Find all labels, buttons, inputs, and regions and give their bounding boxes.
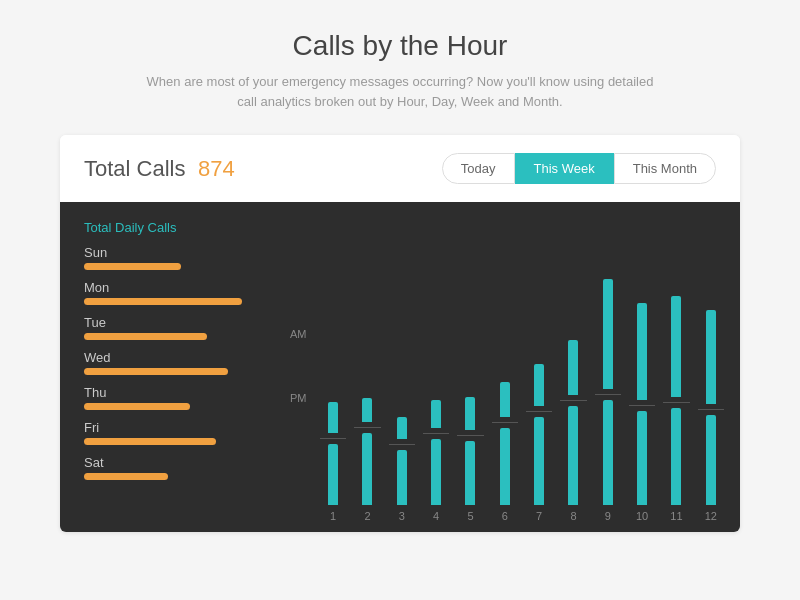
day-label: Wed <box>84 350 260 365</box>
tab-this-month[interactable]: This Month <box>614 153 716 184</box>
total-calls-value: 874 <box>198 156 235 181</box>
hour-bars <box>492 216 518 505</box>
hour-col: 9 <box>595 216 621 522</box>
tab-this-week[interactable]: This Week <box>515 153 614 184</box>
day-row: Thu <box>84 385 260 416</box>
bar-am <box>671 296 681 397</box>
bar-pm <box>465 441 475 505</box>
total-calls-label: Total Calls <box>84 156 185 181</box>
hours-chart: 1 2 3 4 5 <box>290 216 724 522</box>
card-header: Total Calls 874 Today This Week This Mon… <box>60 135 740 202</box>
bar-pm <box>568 406 578 505</box>
day-bar-fill <box>84 403 190 410</box>
left-panel: Total Daily Calls Sun Mon Tue Wed Thu Fr… <box>60 202 280 532</box>
day-row: Fri <box>84 420 260 451</box>
day-label: Sun <box>84 245 260 260</box>
hour-bars <box>526 216 552 505</box>
hour-bars <box>354 216 380 505</box>
hour-col: 12 <box>698 216 724 522</box>
divider-line <box>698 409 724 410</box>
hour-label: 9 <box>605 510 611 522</box>
bar-am <box>637 303 647 400</box>
bar-am <box>328 402 338 433</box>
hour-col: 5 <box>457 216 483 522</box>
hour-col: 1 <box>320 216 346 522</box>
hour-label: 10 <box>636 510 648 522</box>
divider-line <box>389 444 415 445</box>
day-row: Wed <box>84 350 260 381</box>
hour-col: 8 <box>560 216 586 522</box>
total-calls-display: Total Calls 874 <box>84 156 235 182</box>
hour-col: 11 <box>663 216 689 522</box>
day-label: Sat <box>84 455 260 470</box>
hour-label: 6 <box>502 510 508 522</box>
bar-pm <box>637 411 647 505</box>
bar-pm <box>431 439 441 505</box>
bar-am <box>706 310 716 404</box>
hour-bars <box>663 216 689 505</box>
bar-am <box>465 397 475 430</box>
bar-pm <box>603 400 613 505</box>
bar-pm <box>500 428 510 505</box>
day-bar-track <box>84 473 260 480</box>
hour-label: 8 <box>570 510 576 522</box>
bar-am <box>362 398 372 422</box>
day-bar-track <box>84 438 260 445</box>
day-row: Mon <box>84 280 260 311</box>
bar-pm <box>671 408 681 505</box>
day-row: Sun <box>84 245 260 276</box>
divider-line <box>457 435 483 436</box>
day-label: Fri <box>84 420 260 435</box>
divider-line <box>423 433 449 434</box>
hour-bars <box>320 216 346 505</box>
hour-label: 11 <box>670 510 682 522</box>
panel-title: Total Daily Calls <box>84 220 260 235</box>
day-bar-fill <box>84 473 168 480</box>
page-subtitle: When are most of your emergency messages… <box>140 72 660 111</box>
bar-am <box>568 340 578 395</box>
bar-am <box>603 279 613 389</box>
day-bar-fill <box>84 368 228 375</box>
day-bar-track <box>84 298 260 305</box>
hour-label: 1 <box>330 510 336 522</box>
hour-bars <box>389 216 415 505</box>
day-bar-track <box>84 263 260 270</box>
hour-label: 12 <box>705 510 717 522</box>
hour-col: 7 <box>526 216 552 522</box>
day-bar-fill <box>84 438 216 445</box>
hour-col: 3 <box>389 216 415 522</box>
divider-line <box>629 405 655 406</box>
tab-today[interactable]: Today <box>442 153 515 184</box>
bar-am <box>431 400 441 428</box>
hour-bars <box>698 216 724 505</box>
bar-pm <box>397 450 407 505</box>
hour-col: 4 <box>423 216 449 522</box>
hour-label: 4 <box>433 510 439 522</box>
day-label: Mon <box>84 280 260 295</box>
day-label: Thu <box>84 385 260 400</box>
bar-am <box>500 382 510 417</box>
hour-label: 7 <box>536 510 542 522</box>
divider-line <box>354 427 380 428</box>
divider-line <box>663 402 689 403</box>
hour-col: 6 <box>492 216 518 522</box>
day-bar-track <box>84 333 260 340</box>
bar-pm <box>362 433 372 505</box>
hour-label: 2 <box>364 510 370 522</box>
day-row: Tue <box>84 315 260 346</box>
bar-pm <box>328 444 338 505</box>
hour-bars <box>423 216 449 505</box>
right-panel: AM PM 1 2 3 4 <box>280 202 740 532</box>
day-label: Tue <box>84 315 260 330</box>
bar-am <box>397 417 407 439</box>
hour-col: 2 <box>354 216 380 522</box>
hour-bars <box>629 216 655 505</box>
chart-area: Total Daily Calls Sun Mon Tue Wed Thu Fr… <box>60 202 740 532</box>
page-container: Calls by the Hour When are most of your … <box>0 0 800 600</box>
divider-line <box>320 438 346 439</box>
tab-group: Today This Week This Month <box>442 153 716 184</box>
bar-pm <box>706 415 716 505</box>
day-bar-track <box>84 368 260 375</box>
day-row: Sat <box>84 455 260 486</box>
hour-label: 3 <box>399 510 405 522</box>
